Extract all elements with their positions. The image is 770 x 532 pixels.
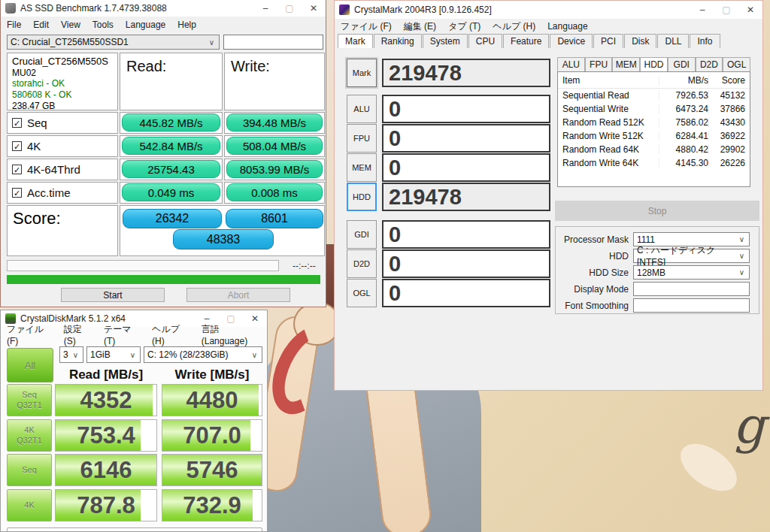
4k64-read-value: 25754.43 <box>122 160 220 178</box>
close-icon[interactable]: ✕ <box>302 0 326 17</box>
subtab-d2d[interactable]: D2D <box>696 57 723 71</box>
subtab-gdi[interactable]: GDI <box>668 57 696 71</box>
mbs: 4145.30 <box>659 158 708 168</box>
4k-read-cell: 787.8 <box>55 489 157 521</box>
tab-dll[interactable]: DLL <box>657 34 689 48</box>
tab-info[interactable]: Info <box>690 34 720 48</box>
font-smoothing-field[interactable] <box>633 298 750 313</box>
seq-q32t1-button[interactable]: Seq Q32T1 <box>7 384 52 416</box>
maximize-icon[interactable]: ▢ <box>714 2 738 18</box>
hdd-size-label: HDD Size <box>556 268 633 278</box>
abort-button[interactable]: Abort <box>186 288 290 302</box>
subtab-ogl[interactable]: OGL <box>723 57 750 71</box>
menu-tools[interactable]: Tools <box>86 17 120 32</box>
menu-settings[interactable]: 設定(S) <box>58 321 98 349</box>
menu-help[interactable]: ヘルプ (H) <box>487 18 541 35</box>
chevron-down-icon: ∨ <box>739 235 746 243</box>
ogl-button[interactable]: OGL <box>347 279 377 307</box>
acctime-write-value: 0.008 ms <box>226 183 323 201</box>
seq-write-value: 394.48 MB/s <box>226 113 323 131</box>
hdd-size-select[interactable]: 128MB∨ <box>633 265 750 280</box>
seq-q32t1-write-value: 4480 <box>162 385 262 416</box>
hdd-select[interactable]: C : ハードディスク [NTFS]∨ <box>633 249 750 263</box>
tab-feature[interactable]: Feature <box>503 34 549 48</box>
test-label: Seq <box>27 116 47 129</box>
maximize-icon[interactable]: ▢ <box>277 0 302 17</box>
menu-language[interactable]: Language <box>541 19 593 34</box>
mem-button[interactable]: MEM <box>347 153 377 182</box>
test-label-4k64: ✓ 4K-64Thrd <box>7 159 118 180</box>
drive-select[interactable]: C: Crucial_CT256M550SSD1 ∨ <box>7 35 220 50</box>
overall-progress-bar <box>7 275 320 284</box>
seq-button[interactable]: Seq <box>7 454 52 486</box>
tab-pci[interactable]: PCI <box>593 34 623 48</box>
menu-language[interactable]: 言語(Language) <box>196 321 267 349</box>
target-drive-select[interactable]: C: 12% (28/238GiB)∨ <box>144 346 262 363</box>
test-size-value: 1GiB <box>90 349 111 360</box>
alu-button[interactable]: ALU <box>347 95 377 123</box>
checkbox-4k[interactable]: ✓ <box>12 141 22 151</box>
subtab-hdd[interactable]: HDD <box>640 57 668 71</box>
menu-theme[interactable]: テーマ(T) <box>98 321 146 349</box>
d2d-button[interactable]: D2D <box>347 249 377 278</box>
stop-button[interactable]: Stop <box>555 201 759 221</box>
hdd-value: C : ハードディスク [NTFS] <box>637 244 739 268</box>
tab-disk[interactable]: Disk <box>624 34 656 48</box>
close-icon[interactable]: ✕ <box>738 2 762 18</box>
gdi-button[interactable]: GDI <box>347 220 377 249</box>
tab-ranking[interactable]: Ranking <box>374 34 422 48</box>
drive-capacity: 238.47 GB <box>12 101 113 112</box>
fpu-button[interactable]: FPU <box>347 124 377 153</box>
menu-edit[interactable]: 編集 (E) <box>398 18 442 35</box>
size-input[interactable] <box>223 35 323 50</box>
mbs: 6284.41 <box>659 131 708 141</box>
display-mode-field[interactable] <box>633 282 750 296</box>
seq-read-value: 445.82 MB/s <box>122 113 220 131</box>
seq-q32t1-write-cell: 4480 <box>162 384 262 416</box>
menu-file[interactable]: ファイル(F) <box>1 321 58 349</box>
tab-mark[interactable]: Mark <box>338 34 373 48</box>
seq-read-cell: 445.82 MB/s <box>120 112 223 134</box>
test-count-select[interactable]: 3∨ <box>59 346 83 363</box>
alu-score-box: 0 <box>382 95 550 123</box>
test-label: Acc.time <box>27 186 71 199</box>
menu-help[interactable]: ヘルプ(H) <box>146 321 196 349</box>
minimize-icon[interactable]: – <box>690 2 714 18</box>
test-label-acctime: ✓ Acc.time <box>7 182 118 204</box>
crystalmark-titlebar: CrystalMark 2004R3 [0.9.126.452] – ▢ ✕ <box>335 1 762 19</box>
menu-edit[interactable]: Edit <box>27 17 55 32</box>
4k-read-cell: 542.84 MB/s <box>120 135 223 157</box>
mbs: 7586.02 <box>659 117 708 128</box>
menu-view[interactable]: View <box>55 17 86 32</box>
menu-file[interactable]: File <box>1 17 27 32</box>
test-size-select[interactable]: 1GiB∨ <box>86 346 141 363</box>
menu-language[interactable]: Language <box>120 17 171 32</box>
crystalmark-menubar: ファイル (F) 編集 (E) タブ (T) ヘルプ (H) Language <box>335 19 762 34</box>
subtab-mem[interactable]: MEM <box>612 57 640 71</box>
start-button[interactable]: Start <box>61 288 165 302</box>
all-test-button[interactable]: All <box>7 348 53 382</box>
tab-device[interactable]: Device <box>550 34 593 48</box>
checkbox-seq[interactable]: ✓ <box>12 118 22 128</box>
tab-system[interactable]: System <box>423 34 468 48</box>
menu-file[interactable]: ファイル (F) <box>335 18 398 35</box>
mbs: 7926.53 <box>659 90 708 101</box>
subtab-alu[interactable]: ALU <box>557 57 585 71</box>
drive-info-panel: Crucial_CT256M550S MU02 storahci - OK 58… <box>7 53 118 110</box>
table-row: Sequential Write6473.2437866 <box>558 102 750 116</box>
menu-help[interactable]: Help <box>171 17 202 32</box>
4k-button[interactable]: 4K <box>7 489 52 521</box>
chevron-down-icon: ∨ <box>73 351 80 359</box>
4k-q32t1-button[interactable]: 4K Q32T1 <box>7 419 52 452</box>
acctime-read-cell: 0.049 ms <box>120 182 223 204</box>
checkbox-acctime[interactable]: ✓ <box>12 188 22 198</box>
checkbox-4k64[interactable]: ✓ <box>12 165 22 174</box>
menu-tab[interactable]: タブ (T) <box>442 18 487 35</box>
minimize-icon[interactable]: – <box>253 0 277 17</box>
tab-cpu[interactable]: CPU <box>468 34 502 48</box>
subtab-fpu[interactable]: FPU <box>585 57 613 71</box>
comment-box[interactable] <box>7 527 262 532</box>
mbs: 6473.24 <box>659 104 708 114</box>
mark-button[interactable]: Mark <box>347 59 377 87</box>
hdd-button[interactable]: HDD <box>347 183 377 211</box>
